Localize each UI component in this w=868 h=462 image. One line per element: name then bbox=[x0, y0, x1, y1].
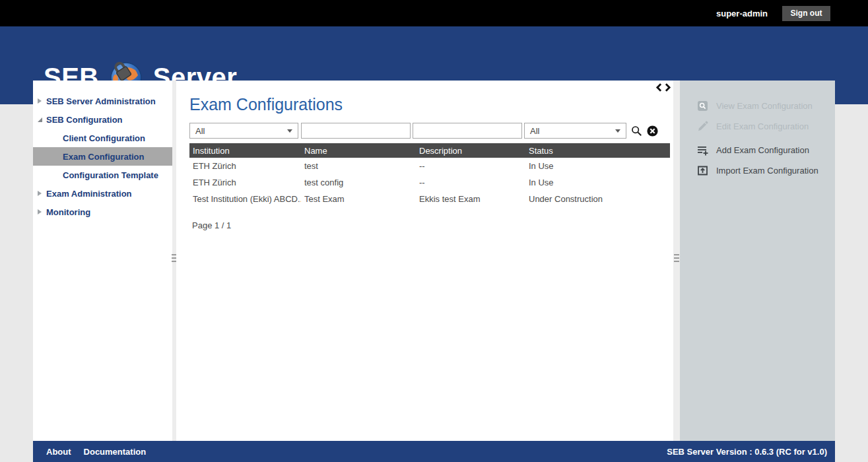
column-header-name[interactable]: Name bbox=[301, 146, 416, 156]
documentation-link[interactable]: Documentation bbox=[84, 447, 147, 457]
sidebar-item-seb-configuration[interactable]: SEB Configuration bbox=[33, 110, 172, 129]
sidebar-item-label: Monitoring bbox=[46, 207, 90, 217]
status-filter-dropdown[interactable]: All bbox=[524, 123, 626, 139]
sidebar-item-label: Configuration Template bbox=[63, 170, 158, 180]
cell-name: test config bbox=[301, 178, 416, 187]
view-icon bbox=[697, 100, 708, 112]
cell-status: Under Construction bbox=[525, 194, 670, 204]
cell-name: Test Exam bbox=[301, 194, 416, 204]
cell-description: -- bbox=[416, 178, 525, 187]
add-list-icon bbox=[697, 145, 708, 156]
sidebar-navigation: SEB Server Administration SEB Configurat… bbox=[33, 81, 172, 441]
description-filter-input[interactable] bbox=[413, 123, 522, 139]
clear-circle-icon bbox=[647, 125, 658, 137]
chevron-down-icon bbox=[287, 129, 292, 133]
column-header-status[interactable]: Status bbox=[525, 146, 670, 156]
action-label: View Exam Configuration bbox=[716, 101, 813, 111]
sash-grip-icon bbox=[674, 254, 679, 264]
sign-out-button[interactable]: Sign out bbox=[782, 6, 830, 21]
exam-configurations-table: Institution Name Description Status ETH … bbox=[189, 143, 670, 207]
cell-description: -- bbox=[416, 161, 525, 171]
edit-exam-configuration-action: Edit Exam Configuration bbox=[697, 121, 835, 132]
import-exam-configuration-action[interactable]: Import Exam Configuration bbox=[697, 165, 835, 176]
view-exam-configuration-action: View Exam Configuration bbox=[697, 100, 835, 112]
about-link[interactable]: About bbox=[46, 447, 71, 457]
search-icon bbox=[631, 125, 642, 137]
tree-collapsed-icon[interactable] bbox=[38, 191, 42, 196]
edit-pencil-icon bbox=[697, 121, 708, 132]
tree-collapsed-icon[interactable] bbox=[38, 209, 42, 214]
action-panel: View Exam Configuration Edit Exam Config… bbox=[680, 81, 835, 441]
sidebar-item-label: Exam Administration bbox=[46, 189, 132, 199]
sidebar-item-monitoring[interactable]: Monitoring bbox=[33, 203, 172, 221]
cell-status: In Use bbox=[525, 161, 670, 171]
column-header-institution[interactable]: Institution bbox=[189, 146, 301, 156]
cell-institution: ETH Zürich bbox=[189, 178, 301, 187]
chevron-down-icon bbox=[615, 129, 620, 133]
sidebar-item-label: Client Configuration bbox=[63, 133, 145, 143]
sidebar-item-seb-server-administration[interactable]: SEB Server Administration bbox=[33, 92, 172, 110]
table-row[interactable]: ETH Zürich test -- In Use bbox=[189, 158, 670, 174]
cell-institution: ETH Zürich bbox=[189, 161, 301, 171]
tree-collapsed-icon[interactable] bbox=[38, 98, 42, 104]
action-label: Add Exam Configuration bbox=[716, 145, 809, 155]
cell-status: In Use bbox=[525, 178, 670, 187]
filter-row: All All bbox=[189, 123, 658, 139]
top-bar: super-admin Sign out bbox=[0, 0, 868, 26]
search-button[interactable] bbox=[631, 125, 642, 137]
table-row[interactable]: ETH Zürich test config -- In Use bbox=[189, 174, 670, 191]
clear-filter-button[interactable] bbox=[647, 125, 658, 137]
action-label: Edit Exam Configuration bbox=[716, 121, 809, 131]
cell-name: test bbox=[301, 161, 416, 171]
sidebar-item-label: SEB Configuration bbox=[46, 115, 123, 125]
add-exam-configuration-action[interactable]: Add Exam Configuration bbox=[697, 145, 835, 156]
import-icon bbox=[697, 165, 708, 176]
status-filter-value: All bbox=[530, 126, 539, 136]
page-title: Exam Configurations bbox=[189, 95, 343, 114]
sidebar-item-label: Exam Configuration bbox=[63, 152, 145, 162]
action-label: Import Exam Configuration bbox=[716, 166, 818, 176]
sidebar-item-label: SEB Server Administration bbox=[46, 96, 156, 106]
name-filter-input[interactable] bbox=[301, 123, 411, 139]
sidebar-item-configuration-template[interactable]: Configuration Template bbox=[33, 166, 172, 184]
sidebar-item-exam-configuration[interactable]: Exam Configuration bbox=[33, 147, 172, 166]
panel-resize-controls bbox=[655, 83, 671, 92]
sidebar-item-exam-administration[interactable]: Exam Administration bbox=[33, 184, 172, 203]
institution-filter-value: All bbox=[195, 126, 205, 136]
table-row[interactable]: Test Institution (Ekki) ABCD... Test Exa… bbox=[189, 191, 670, 207]
chevron-left-icon[interactable] bbox=[655, 83, 663, 92]
logged-in-username: super-admin bbox=[716, 9, 768, 18]
version-label: SEB Server Version : 0.6.3 (RC for v1.0) bbox=[667, 447, 827, 457]
footer-bar: About Documentation SEB Server Version :… bbox=[33, 441, 835, 462]
pagination-label: Page 1 / 1 bbox=[192, 220, 231, 230]
chevron-right-icon[interactable] bbox=[664, 83, 671, 92]
tree-expanded-icon[interactable] bbox=[38, 117, 42, 122]
sidebar-item-client-configuration[interactable]: Client Configuration bbox=[33, 129, 172, 147]
cell-description: Ekkis test Exam bbox=[416, 194, 525, 204]
main-content-panel: Exam Configurations All All Institutio bbox=[176, 81, 673, 441]
column-header-description[interactable]: Description bbox=[416, 146, 525, 156]
cell-institution: Test Institution (Ekki) ABCD... bbox=[189, 194, 301, 204]
sash-right[interactable] bbox=[673, 81, 680, 441]
table-header-row: Institution Name Description Status bbox=[189, 143, 670, 158]
institution-filter-dropdown[interactable]: All bbox=[189, 123, 298, 139]
